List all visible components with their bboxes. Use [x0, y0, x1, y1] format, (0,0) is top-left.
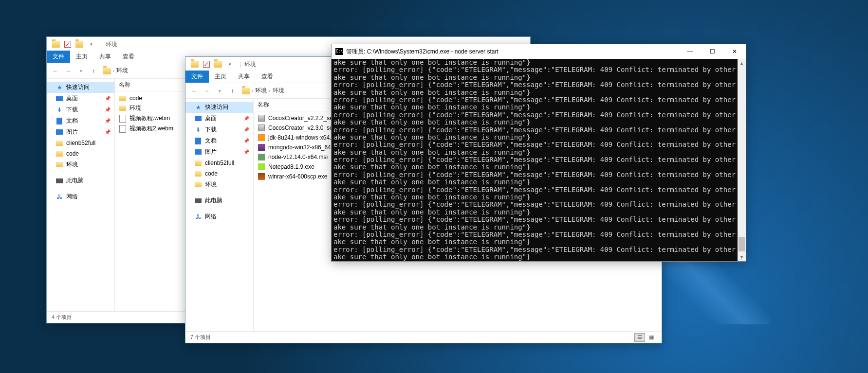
pin-icon: 📌 [243, 138, 249, 143]
nav-label: 快速访问 [205, 103, 228, 111]
window-title: 环境 [106, 40, 117, 49]
properties-icon[interactable]: ✓ [201, 59, 212, 70]
nav-pinned-folder[interactable]: 环境 [47, 159, 114, 170]
window-title: 管理员: C:\Windows\System32\cmd.exe - node … [346, 48, 679, 56]
status-bar: 7 个项目 ☰ ▦ [185, 331, 662, 343]
ribbon-tab-share[interactable]: 共享 [93, 51, 117, 63]
nav-quick-access[interactable]: ★快速访问 [47, 82, 114, 93]
new-folder-icon[interactable] [74, 39, 85, 50]
nav-label: 环境 [66, 160, 78, 169]
terminal-output[interactable]: ake sure that only one bot instance is r… [332, 59, 746, 261]
npp-icon [258, 163, 265, 171]
js-icon [258, 153, 265, 161]
qat-dropdown-icon[interactable]: ▾ [86, 39, 96, 50]
minimize-button[interactable]: — [679, 44, 701, 59]
up-button[interactable]: ↑ [89, 66, 98, 76]
pin-icon: 📌 [243, 116, 249, 121]
forward-button[interactable]: → [63, 66, 73, 76]
file-name: 视频教程2.webm [129, 124, 173, 133]
ribbon-tab-view[interactable]: 查看 [117, 51, 140, 63]
folder-icon [103, 68, 111, 74]
nav-label: 下载 [66, 106, 78, 114]
back-button[interactable]: ← [189, 86, 199, 96]
recent-dropdown[interactable]: ▾ [76, 66, 86, 76]
ribbon-tab-file[interactable]: 文件 [185, 71, 209, 83]
qat-dropdown-icon[interactable]: ▾ [224, 59, 235, 70]
file-name: 环境 [129, 104, 141, 112]
nav-network[interactable]: 🖧网络 [185, 211, 253, 222]
folder-icon [119, 94, 127, 102]
nav-label: 图片 [66, 128, 78, 136]
ribbon-tab-home[interactable]: 主页 [70, 51, 93, 63]
scrollbar-thumb[interactable] [739, 237, 745, 251]
nav-label: 此电脑 [66, 177, 84, 185]
nav-label: 快速访问 [66, 83, 90, 91]
folder-icon[interactable] [51, 39, 61, 50]
nav-downloads[interactable]: ⬇下载📌 [185, 124, 253, 135]
file-name: jdk-8u241-windows-x64.exe [268, 134, 341, 141]
icons-view-button[interactable]: ▦ [646, 333, 657, 342]
cmd-icon: C:\ [335, 48, 343, 55]
file-name: node-v12.14.0-x64.msi [268, 154, 328, 160]
nav-pinned-folder[interactable]: clienb52full [185, 158, 253, 168]
nav-label: 此电脑 [205, 196, 222, 205]
pin-icon: 📌 [243, 127, 249, 132]
navigation-pane: ★快速访问 桌面📌 ⬇下载📌 文档📌 图片📌 clienb52full code… [185, 99, 254, 331]
properties-icon[interactable]: ✓ [62, 39, 73, 50]
exe-icon [258, 114, 265, 122]
folder-icon[interactable] [189, 59, 200, 70]
new-folder-icon[interactable] [213, 59, 223, 70]
breadcrumb-item[interactable]: 环境 [255, 87, 267, 95]
folder-icon [119, 105, 127, 112]
pin-icon: 📌 [105, 129, 111, 135]
navigation-pane: ★快速访问 桌面📌 ⬇下载📌 文档📌 图片📌 clienb52full code… [47, 79, 115, 311]
webm-icon [119, 115, 127, 123]
pin-icon: 📌 [243, 149, 249, 155]
nav-pictures[interactable]: 图片📌 [185, 146, 253, 158]
ribbon-tab-home[interactable]: 主页 [209, 71, 232, 83]
nav-pinned-folder[interactable]: code [47, 148, 114, 159]
breadcrumb-item[interactable]: 环境 [116, 67, 128, 75]
scrollbar[interactable]: ▴ ▾ [738, 59, 746, 261]
nav-label: 网络 [66, 193, 78, 201]
nav-documents[interactable]: 文档📌 [47, 115, 114, 126]
ribbon-tab-share[interactable]: 共享 [232, 71, 256, 83]
folder-icon [242, 88, 250, 94]
nav-pinned-folder[interactable]: 环境 [185, 179, 253, 190]
nav-pinned-folder[interactable]: code [185, 168, 253, 179]
nav-label: 文档 [66, 117, 78, 125]
nav-network[interactable]: 🖧网络 [47, 191, 114, 202]
ribbon-tab-view[interactable]: 查看 [256, 71, 279, 83]
nav-pictures[interactable]: 图片📌 [47, 126, 114, 138]
forward-button[interactable]: → [202, 86, 212, 96]
nav-label: 桌面 [205, 114, 217, 123]
scroll-up-button[interactable]: ▴ [738, 59, 746, 67]
nav-pinned-folder[interactable]: clienb52full [47, 138, 114, 148]
breadcrumb-item[interactable]: 环境 [273, 87, 284, 95]
nav-desktop[interactable]: 桌面📌 [185, 113, 253, 124]
webm-icon [119, 125, 127, 133]
maximize-button[interactable]: ☐ [701, 44, 723, 59]
nav-this-pc[interactable]: 此电脑 [185, 195, 253, 206]
details-view-button[interactable]: ☰ [634, 333, 645, 342]
nav-quick-access[interactable]: ★快速访问 [185, 102, 253, 113]
window-title: 环境 [244, 60, 256, 69]
close-button[interactable]: ✕ [723, 44, 746, 59]
recent-dropdown[interactable]: ▾ [215, 86, 224, 96]
ribbon-tab-file[interactable]: 文件 [47, 51, 70, 63]
nav-label: code [205, 170, 218, 177]
pin-icon: 📌 [105, 107, 111, 112]
up-button[interactable]: ↑ [227, 86, 237, 96]
nav-label: clienb52full [205, 160, 234, 166]
nav-label: clienb52full [66, 140, 95, 146]
file-name: 视频教程.webm [129, 114, 170, 123]
nav-downloads[interactable]: ⬇下载📌 [47, 104, 114, 115]
nav-documents[interactable]: 文档📌 [185, 135, 253, 146]
nav-this-pc[interactable]: 此电脑 [47, 175, 114, 186]
pin-icon: 📌 [105, 118, 111, 124]
back-button[interactable]: ← [51, 66, 60, 76]
nav-desktop[interactable]: 桌面📌 [47, 93, 114, 104]
scroll-down-button[interactable]: ▾ [738, 253, 746, 261]
item-count: 7 个项目 [190, 334, 211, 341]
titlebar[interactable]: C:\ 管理员: C:\Windows\System32\cmd.exe - n… [332, 44, 746, 59]
